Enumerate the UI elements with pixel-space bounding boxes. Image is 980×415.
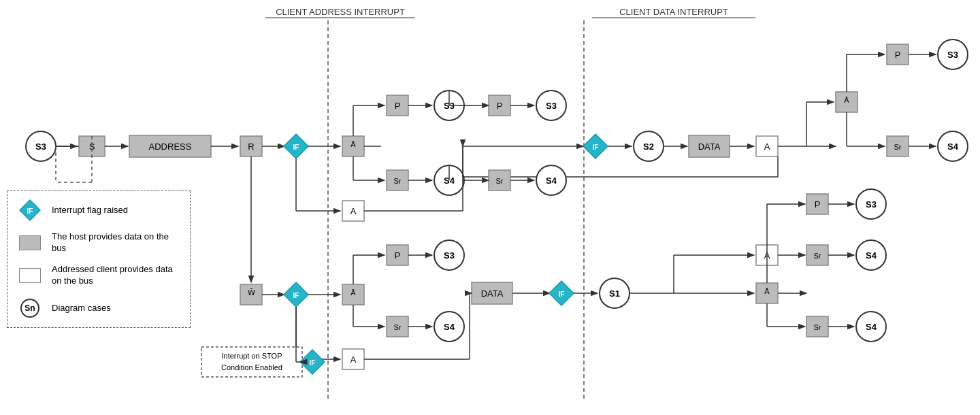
legend-circle-icon: Sn [18,296,42,320]
a-bar-box-bottom-data: Ā [764,287,770,295]
data-box-top: DATA [698,142,721,152]
p-box-bottom-upper: P [395,250,401,261]
sr-box-top-addr: Sr [394,177,402,185]
legend-client-text: Addressed client provides data on the bu… [52,264,180,287]
if-diamond-top: IF [293,144,299,151]
if-diamond-bottom-addr: IF [293,292,299,299]
s4-sr-bottom-data-a: S4 [866,250,877,261]
p-box-bottom-data: P [815,199,821,210]
p-box-top-addr-upper: P [395,101,401,111]
a-box-data-top: A [764,142,770,152]
interrupt-stop-label2: Condition Enabled [221,363,282,371]
legend-host: The host provides data on the bus [18,231,180,255]
interrupt-stop-label: Interrupt on STOP [221,352,282,360]
a-bar-box-top-addr: Ā [350,140,356,148]
if-diamond-bottom-data: IF [559,290,565,298]
client-address-interrupt-label: CLIENT ADDRESS INTERRUPT [276,7,405,17]
sr-box-bottom-addr: Sr [394,323,402,331]
if-diamond-stop: IF [310,359,316,367]
a-bar-box-bottom-addr: Ā [350,288,356,297]
legend-host-text: The host provides data on the bus [52,231,180,254]
sr-box-bottom-data-lower: Sr [814,323,821,331]
client-data-interrupt-label: CLIENT DATA INTERRUPT [619,7,728,17]
r-box: R [248,142,254,152]
s3-p-data-top: S3 [947,50,958,60]
a-bar-box-data-top: Ā [844,96,849,104]
legend-interrupt-text: Interrupt flag raised [52,205,128,216]
svg-text:IF: IF [27,208,33,215]
w-bar-box: W̄ [248,288,255,297]
legend-diagram-cases-text: Diagram cases [52,303,111,314]
s4-sr-data-top: S4 [947,142,959,152]
sr-box-bottom-data-a: Sr [814,252,821,260]
s1-circle: S1 [609,288,620,299]
if-diamond-data-top: IF [593,144,599,151]
s4-sr-bottom-addr: S4 [444,322,455,332]
legend-box: IF Interrupt flag raised The host provid… [7,190,191,328]
legend-white-box-icon [18,263,42,288]
s4-addr-right: S4 [546,176,557,186]
s2-circle: S2 [643,142,654,152]
s4-sr-bottom-data-lower: S4 [866,322,877,332]
legend-interrupt: IF Interrupt flag raised [18,198,180,222]
p-box-addr-right: P [497,101,503,111]
data-box-bottom: DATA [481,288,504,299]
p-box-data-top-upper: P [895,50,901,60]
address-box: ADDRESS [149,142,192,152]
sr-box-addr-right: Sr [496,177,504,185]
diagram-container: CLIENT ADDRESS INTERRUPT CLIENT DATA INT… [0,0,980,415]
s3-start-circle: S3 [35,142,46,152]
sr-box-data-top: Sr [894,143,902,151]
a-box-top-addr-bottom: A [350,206,357,216]
legend-diagram-cases: Sn Diagram cases [18,296,180,320]
s3-addr-right-upper: S3 [546,101,557,111]
legend-client: Addressed client provides data on the bu… [18,263,180,288]
s3-bottom-upper: S3 [444,250,455,261]
s3-p-bottom-data: S3 [866,199,877,210]
legend-gray-box-icon [18,231,42,255]
a-box-bottom-addr: A [350,354,357,365]
legend-if-icon: IF [18,198,42,222]
